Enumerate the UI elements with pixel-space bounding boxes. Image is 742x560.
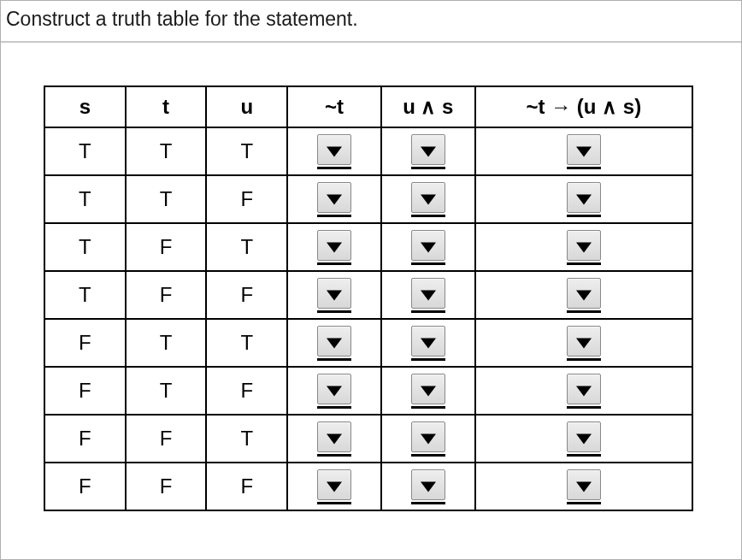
cell-not-t [287,271,381,319]
cell-u: T [206,127,287,175]
dropdown-not-t-5[interactable] [317,374,351,404]
cell-u-and-s [381,223,475,271]
cell-not-t [287,175,381,223]
dropdown-impl-1[interactable] [567,182,601,213]
underline-icon [567,406,601,409]
underline-icon [411,262,445,265]
truth-table: s t u ~t u ∧ s ~t → (u ∧ s) T T T [44,85,693,511]
cell-implication [475,271,692,319]
header-u: u [206,86,287,127]
table-row: T F T [44,223,692,271]
cell-implication [475,319,692,367]
dropdown-impl-6[interactable] [567,421,601,452]
underline-icon [317,167,351,169]
table-row: F T F [44,367,692,415]
instruction-text: Construct a truth table for the statemen… [1,1,741,43]
cell-u: F [206,463,287,510]
dropdown-impl-5[interactable] [567,374,601,404]
header-row: s t u ~t u ∧ s ~t → (u ∧ s) [44,86,692,127]
dropdown-impl-7[interactable] [567,469,601,500]
dropdown-impl-2[interactable] [567,230,601,261]
cell-not-t [287,319,381,367]
underline-icon [567,454,601,457]
cell-t: T [126,175,207,223]
underline-icon [317,406,351,409]
cell-s: F [44,367,126,415]
dropdown-not-t-7[interactable] [317,469,351,500]
cell-implication [475,223,692,271]
cell-s: T [44,223,126,271]
table-row: T T T [44,127,692,175]
underline-icon [317,502,351,504]
table-body: T T T T T F T F T [44,127,692,510]
dropdown-uands-0[interactable] [411,134,445,165]
dropdown-uands-1[interactable] [411,182,445,213]
dropdown-impl-3[interactable] [567,278,601,309]
header-t: t [126,86,207,127]
table-row: T T F [44,175,692,223]
cell-not-t [287,127,381,175]
table-row: F F F [44,463,692,510]
dropdown-not-t-4[interactable] [317,326,351,357]
dropdown-uands-6[interactable] [411,421,445,452]
cell-u-and-s [381,127,475,175]
underline-icon [317,262,351,265]
cell-u-and-s [381,271,475,319]
cell-implication [475,367,692,415]
cell-t: T [126,367,207,415]
cell-s: F [44,415,126,463]
cell-u: T [206,415,287,463]
cell-implication [475,415,692,463]
header-not-t: ~t [287,86,381,127]
underline-icon [317,310,351,313]
underline-icon [411,358,445,361]
underline-icon [411,454,445,457]
cell-t: T [126,319,207,367]
header-s: s [44,86,126,127]
dropdown-uands-2[interactable] [411,230,445,261]
table-row: F F T [44,415,692,463]
underline-icon [567,262,601,265]
cell-not-t [287,367,381,415]
underline-icon [411,167,445,169]
cell-implication [475,175,692,223]
table-row: T F F [44,271,692,319]
dropdown-not-t-2[interactable] [317,230,351,261]
page-container: Construct a truth table for the statemen… [0,0,742,560]
cell-t: F [126,223,207,271]
dropdown-uands-7[interactable] [411,469,445,500]
underline-icon [411,310,445,313]
header-u-and-s: u ∧ s [381,86,475,127]
underline-icon [567,310,601,313]
underline-icon [411,502,445,504]
underline-icon [567,502,601,504]
dropdown-uands-5[interactable] [411,374,445,404]
cell-u-and-s [381,415,475,463]
underline-icon [411,406,445,409]
cell-u: F [206,271,287,319]
cell-not-t [287,463,381,510]
dropdown-uands-4[interactable] [411,326,445,357]
cell-s: T [44,271,126,319]
dropdown-impl-4[interactable] [567,326,601,357]
cell-u: T [206,223,287,271]
cell-t: F [126,271,207,319]
dropdown-impl-0[interactable] [567,134,601,165]
cell-s: F [44,319,126,367]
cell-t: T [126,127,207,175]
cell-u-and-s [381,175,475,223]
underline-icon [317,358,351,361]
header-implication: ~t → (u ∧ s) [475,86,692,127]
cell-u-and-s [381,319,475,367]
cell-implication [475,127,692,175]
dropdown-uands-3[interactable] [411,278,445,309]
cell-s: F [44,463,126,510]
dropdown-not-t-1[interactable] [317,182,351,213]
dropdown-not-t-0[interactable] [317,134,351,165]
cell-implication [475,463,692,510]
dropdown-not-t-6[interactable] [317,421,351,452]
underline-icon [567,358,601,361]
underline-icon [567,167,601,169]
cell-t: F [126,463,207,510]
dropdown-not-t-3[interactable] [317,278,351,309]
